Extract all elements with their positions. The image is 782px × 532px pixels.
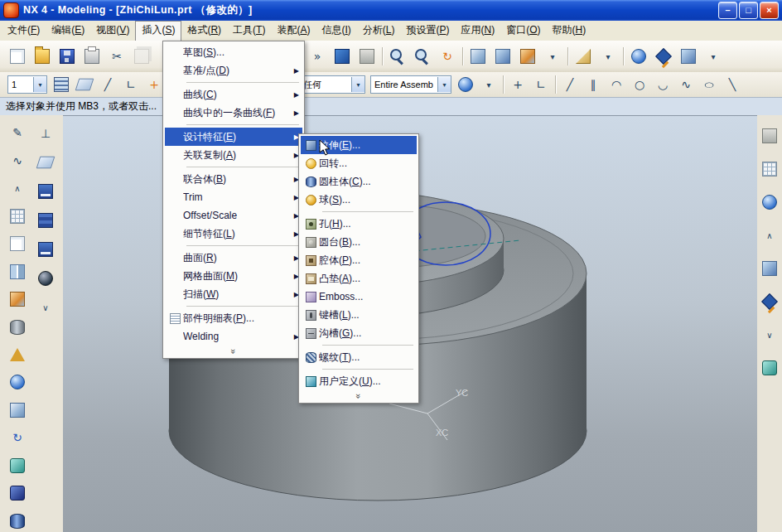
menubar-item-window[interactable]: 窗口(O) xyxy=(500,21,546,41)
design-feature-item-thread[interactable]: 螺纹(T)... xyxy=(301,348,417,366)
save-button[interactable] xyxy=(55,44,80,69)
toolbar-collapse-up-icon[interactable]: ∧ xyxy=(6,177,29,199)
menubar-item-help[interactable]: 帮助(H) xyxy=(546,21,591,41)
training-button[interactable] xyxy=(759,291,780,312)
assembly-cubes-button[interactable] xyxy=(676,44,701,69)
cut-button[interactable]: ✂ xyxy=(104,44,129,69)
sketch-pencil-button[interactable]: ✎ xyxy=(6,122,29,143)
insert-menu-item-design-feature[interactable]: 设计特征(E)▶ xyxy=(165,128,302,146)
design-feature-more-chevron-icon[interactable]: » xyxy=(301,390,417,401)
insert-menu-item-datum-point[interactable]: 基准/点(D)▶ xyxy=(165,61,302,80)
layer-combo-dropdown-icon[interactable]: ▾ xyxy=(33,77,46,92)
insert-menu-item-sweep[interactable]: 扫描(W)▶ xyxy=(165,285,302,303)
design-feature-item-groove[interactable]: 沟槽(G)... xyxy=(301,324,417,342)
menubar-item-edit[interactable]: 编辑(E) xyxy=(46,21,90,41)
hole-button[interactable] xyxy=(6,510,29,532)
menubar-item-view[interactable]: 视图(V) xyxy=(90,21,135,41)
design-feature-item-slot[interactable]: 键槽(L)... xyxy=(301,306,417,324)
insert-menu-item-associative-copy[interactable]: 关联复制(A)▶ xyxy=(165,146,302,164)
sheet-body-button[interactable] xyxy=(6,233,29,254)
datum-csys-button[interactable]: ∟ xyxy=(119,74,142,95)
chevron-up-button[interactable]: ∧ xyxy=(759,225,780,246)
trimetric-view-button[interactable] xyxy=(490,44,515,69)
insert-menu-more-chevron-icon[interactable]: » xyxy=(165,346,302,356)
more-tools-dropdown-icon[interactable]: ▾ xyxy=(701,44,726,69)
design-feature-item-pocket[interactable]: 腔体(P)... xyxy=(301,251,417,269)
design-feature-item-revolve[interactable]: 回转... xyxy=(301,154,417,172)
design-feature-item-user-defined[interactable]: 用户定义(U)... xyxy=(301,372,417,390)
menubar-item-assemblies[interactable]: 装配(A) xyxy=(271,21,316,41)
insert-menu-item-combine-bodies[interactable]: 联合体(B)▶ xyxy=(165,170,302,188)
minimize-button[interactable]: – xyxy=(718,2,737,19)
arc-tool-button[interactable]: ◠ xyxy=(605,74,628,95)
design-feature-item-cylinder[interactable]: 圆柱体(C)... xyxy=(301,172,417,191)
fillet-tool-button[interactable]: ◡ xyxy=(651,74,674,95)
cylinder-button[interactable] xyxy=(6,316,29,337)
selection-filter-dropdown-icon[interactable]: ▾ xyxy=(351,77,364,92)
design-feature-item-extrude[interactable]: 拉伸(E)... xyxy=(301,136,417,154)
insert-menu-item-curve[interactable]: 曲线(C)▶ xyxy=(165,85,302,104)
training-cap-button[interactable] xyxy=(651,44,676,69)
wireframe-view-button[interactable] xyxy=(355,44,379,69)
measure-dropdown-icon[interactable]: ▾ xyxy=(596,44,620,69)
insert-menu-item-curve-from-curves[interactable]: 曲线中的一条曲线(F)▶ xyxy=(165,104,302,122)
information-book-button[interactable] xyxy=(34,209,57,232)
measure-button[interactable] xyxy=(571,44,596,69)
isometric-view-button[interactable] xyxy=(466,44,490,69)
insert-menu-item-surface[interactable]: 曲面(R)▶ xyxy=(165,249,302,267)
datum-plane-button-2[interactable] xyxy=(34,151,57,174)
rotate-view-button[interactable]: ↻ xyxy=(435,44,460,69)
toolbar-collapse-down-icon[interactable]: ∨ xyxy=(34,296,57,319)
maximize-button[interactable]: □ xyxy=(739,2,758,19)
insert-menu-item-detail-feature[interactable]: 细节特征(L)▶ xyxy=(165,225,302,243)
selection-filter-combo[interactable]: 任何 ▾ xyxy=(299,75,365,94)
selection-ball-button[interactable] xyxy=(454,74,477,95)
view-layout-button[interactable] xyxy=(759,158,780,180)
insert-menu-item-welding[interactable]: Welding▶ xyxy=(165,327,302,346)
line-tool-button[interactable]: ╱ xyxy=(558,74,582,95)
circle-tool-button[interactable]: ○ xyxy=(628,74,651,95)
design-feature-item-pad[interactable]: 凸垫(A)... xyxy=(301,269,417,288)
open-file-button[interactable] xyxy=(30,44,55,69)
layer-settings-button[interactable] xyxy=(50,74,73,95)
sphere-button[interactable] xyxy=(6,371,29,393)
snap-point-button[interactable]: + xyxy=(506,74,529,95)
history-button[interactable] xyxy=(759,357,780,379)
print-button[interactable] xyxy=(80,44,104,69)
web-browser-button[interactable] xyxy=(759,191,780,213)
orient-view-dropdown-icon[interactable]: ▾ xyxy=(540,44,565,69)
datum-axis-button[interactable]: ╱ xyxy=(96,74,119,95)
sketch-grid-button[interactable] xyxy=(6,205,29,226)
zoom-in-button[interactable] xyxy=(410,44,435,69)
material-ball-button[interactable] xyxy=(34,267,57,290)
subtract-button[interactable] xyxy=(6,482,29,504)
menubar-item-preferences[interactable]: 预设置(P) xyxy=(400,21,455,41)
chamfer-tool-button[interactable]: ╲ xyxy=(721,74,744,95)
insert-menu-item-mesh-surface[interactable]: 网格曲面(M)▶ xyxy=(165,267,302,285)
menubar-item-application[interactable]: 应用(N) xyxy=(455,21,500,41)
insert-menu-item-sketch[interactable]: 草图(S)... xyxy=(165,43,302,61)
internet-sphere-button[interactable] xyxy=(626,44,651,69)
menubar-item-information[interactable]: 信息(I) xyxy=(316,21,356,41)
spline-tool-button[interactable]: ∿ xyxy=(674,74,698,95)
selection-dropdown-icon[interactable]: ▾ xyxy=(477,74,500,95)
insert-menu-item-trim[interactable]: Trim▶ xyxy=(165,188,302,206)
chevron-down-button[interactable]: ∨ xyxy=(759,324,780,346)
selection-scope-combo[interactable]: Entire Assemb ▾ xyxy=(370,75,451,94)
cone-button[interactable] xyxy=(6,344,29,365)
layer-combo[interactable]: 1 ▾ xyxy=(7,75,47,94)
parallel-line-tool-button[interactable]: ∥ xyxy=(582,74,605,95)
menubar-item-insert[interactable]: 插入(S) xyxy=(135,21,181,41)
block-button[interactable] xyxy=(6,288,29,310)
design-feature-item-sphere[interactable]: 球(S)... xyxy=(301,191,417,209)
unite-button[interactable] xyxy=(6,455,29,476)
menubar-item-tools[interactable]: 工具(T) xyxy=(227,21,271,41)
ellipse-tool-button[interactable]: ○ xyxy=(698,74,721,95)
open-book-button[interactable] xyxy=(34,180,57,203)
close-button[interactable]: × xyxy=(760,2,779,19)
shaded-view-button[interactable] xyxy=(330,44,355,69)
revolve-button[interactable]: ↻ xyxy=(6,427,29,448)
selection-scope-dropdown-icon[interactable]: ▾ xyxy=(437,77,451,92)
zoom-button[interactable] xyxy=(385,44,410,69)
titlebar[interactable]: NX 4 - Modeling - [ZhiChiLun.prt （修改的）] … xyxy=(0,0,782,21)
